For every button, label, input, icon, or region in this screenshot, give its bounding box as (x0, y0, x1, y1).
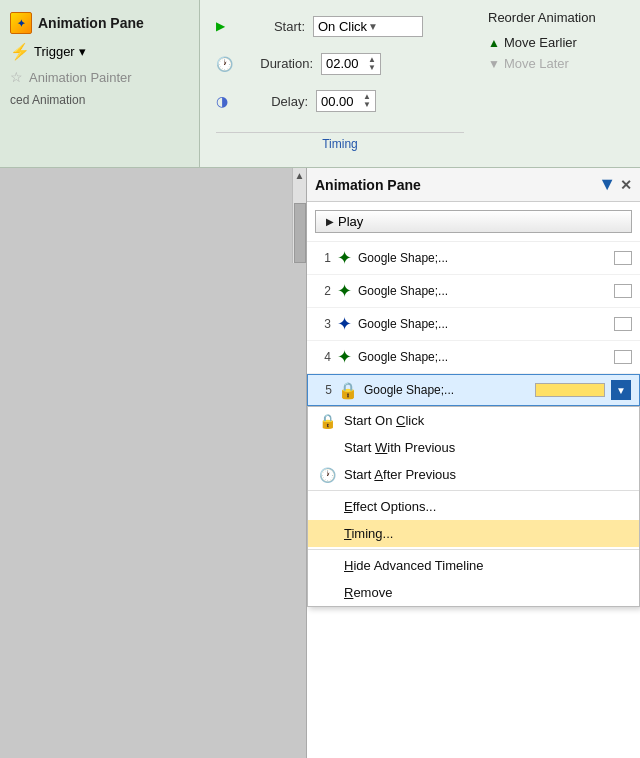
scroll-thumb[interactable] (294, 203, 306, 263)
delay-spinner-arrows[interactable]: ▲ ▼ (363, 93, 371, 109)
ctx-start-on-click[interactable]: 🔒 Start On Click (308, 407, 639, 434)
animation-item-5[interactable]: 5 🔒 Google Shape;... ▼ (307, 374, 640, 406)
item-number: 2 (315, 284, 331, 298)
item-number: 5 (316, 383, 332, 397)
context-menu-divider-2 (308, 549, 639, 550)
animation-lock-icon: 🔒 (338, 381, 358, 400)
slide-canvas-area: ▲ (0, 168, 306, 758)
ribbon-reorder-section: Reorder Animation ▲ Move Earlier ▼ Move … (480, 0, 640, 167)
play-button[interactable]: ▶ Play (315, 210, 632, 233)
context-menu: 🔒 Start On Click Start With Previous 🕐 S… (307, 406, 640, 607)
duration-spinner[interactable]: 02.00 ▲ ▼ (321, 53, 381, 75)
start-dropdown-arrow: ▼ (368, 21, 418, 32)
animation-item-3[interactable]: 3 ✦ Google Shape;... (307, 308, 640, 341)
move-later-icon: ▼ (488, 57, 500, 71)
pane-collapse-arrow[interactable]: ▼ (598, 174, 616, 195)
animation-pane-button[interactable]: ✦ Animation Pane (0, 8, 199, 38)
move-later-button[interactable]: ▼ Move Later (488, 56, 632, 71)
ribbon-left-section: ✦ Animation Pane ⚡ Trigger ▾ ☆ Animation… (0, 0, 200, 167)
ctx-hide-timeline[interactable]: Hide Advanced Timeline (308, 552, 639, 579)
context-menu-divider-1 (308, 490, 639, 491)
reorder-title: Reorder Animation (488, 10, 632, 25)
start-label: Start: (233, 19, 305, 34)
duration-spinner-arrows[interactable]: ▲ ▼ (368, 56, 376, 72)
duration-label: Duration: (241, 56, 313, 71)
item-name: Google Shape;... (358, 251, 608, 265)
painter-icon: ☆ (10, 69, 23, 85)
play-button-row: ▶ Play (307, 202, 640, 242)
clock-icon: 🕐 (216, 56, 233, 72)
item-bar-yellow (535, 383, 605, 397)
delay-spinner[interactable]: 00.00 ▲ ▼ (316, 90, 376, 112)
animation-list: 1 ✦ Google Shape;... 2 ✦ Google Shape;..… (307, 242, 640, 758)
pie-icon: ◑ (216, 93, 228, 109)
item-bar (614, 251, 632, 265)
timing-section-label: Timing (216, 132, 464, 151)
start-after-icon: 🕐 (316, 464, 338, 486)
item-name: Google Shape;... (364, 383, 529, 397)
start-on-click-icon: 🔒 (316, 410, 338, 432)
item-bar (614, 317, 632, 331)
vertical-scrollbar[interactable]: ▲ (292, 168, 306, 263)
animation-painter-button[interactable]: ☆ Animation Painter (0, 65, 199, 89)
advanced-animation-label: ced Animation (0, 89, 199, 111)
ctx-effect-options[interactable]: Effect Options... (308, 493, 639, 520)
animation-pane-header: Animation Pane ▼ ✕ (307, 168, 640, 202)
item-name: Google Shape;... (358, 284, 608, 298)
animation-pane-icon: ✦ (10, 12, 32, 34)
animation-star-icon: ✦ (337, 280, 352, 302)
main-area: ▲ Animation Pane ▼ ✕ ▶ Play 1 ✦ Google S… (0, 168, 640, 758)
animation-item-4[interactable]: 4 ✦ Google Shape;... (307, 341, 640, 374)
animation-item-2[interactable]: 2 ✦ Google Shape;... (307, 275, 640, 308)
item-dropdown-button[interactable]: ▼ (611, 380, 631, 400)
move-earlier-icon: ▲ (488, 36, 500, 50)
ctx-timing[interactable]: Timing... (308, 520, 639, 547)
animation-pane-title: Animation Pane (315, 177, 594, 193)
move-earlier-button[interactable]: ▲ Move Earlier (488, 35, 632, 50)
ribbon: ✦ Animation Pane ⚡ Trigger ▾ ☆ Animation… (0, 0, 640, 168)
animation-pane: Animation Pane ▼ ✕ ▶ Play 1 ✦ Google Sha… (306, 168, 640, 758)
ctx-start-with-previous[interactable]: Start With Previous (308, 434, 639, 461)
ribbon-timing-section: ▶ Start: On Click ▼ 🕐 Duration: 02.00 ▲ … (200, 0, 480, 167)
duration-row: 🕐 Duration: 02.00 ▲ ▼ (216, 53, 464, 75)
item-name: Google Shape;... (358, 350, 608, 364)
trigger-dropdown-arrow: ▾ (79, 44, 86, 59)
delay-row: ◑ Delay: 00.00 ▲ ▼ (216, 90, 464, 112)
scroll-up-arrow[interactable]: ▲ (293, 168, 307, 183)
play-triangle-icon: ▶ (326, 216, 334, 227)
animation-star-icon: ✦ (337, 313, 352, 335)
delay-label: Delay: (236, 94, 308, 109)
trigger-button[interactable]: ⚡ Trigger ▾ (0, 38, 199, 65)
start-dropdown[interactable]: On Click ▼ (313, 16, 423, 37)
item-bar (614, 284, 632, 298)
pane-close-button[interactable]: ✕ (620, 177, 632, 193)
ctx-remove[interactable]: Remove (308, 579, 639, 606)
item-bar (614, 350, 632, 364)
animation-star-icon: ✦ (337, 346, 352, 368)
item-number: 4 (315, 350, 331, 364)
start-row: ▶ Start: On Click ▼ (216, 16, 464, 37)
animation-item-1[interactable]: 1 ✦ Google Shape;... (307, 242, 640, 275)
trigger-icon: ⚡ (10, 42, 30, 61)
play-icon: ▶ (216, 19, 225, 33)
item-number: 3 (315, 317, 331, 331)
ctx-start-after-previous[interactable]: 🕐 Start After Previous (308, 461, 639, 488)
animation-star-icon: ✦ (337, 247, 352, 269)
item-number: 1 (315, 251, 331, 265)
item-name: Google Shape;... (358, 317, 608, 331)
